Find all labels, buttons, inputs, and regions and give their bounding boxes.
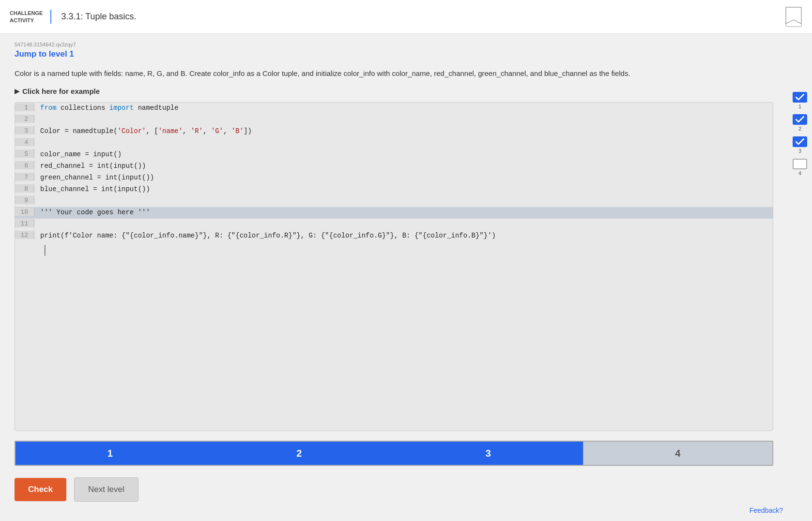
progress-segment-1[interactable]: 1: [15, 442, 205, 465]
code-line-1: 1 from collections import namedtuple: [15, 103, 773, 114]
code-line-2: 2: [15, 114, 773, 126]
checkmark-icon-1: [796, 94, 804, 101]
header: CHALLENGE ACTIVITY 3.3.1: Tuple basics.: [0, 0, 812, 34]
sidebar-check-1: [793, 92, 807, 103]
line-num-10: 10: [15, 208, 34, 216]
sidebar-check-2: [793, 114, 807, 125]
code-line-6: 6 red_channel = int(input()): [15, 161, 773, 172]
progress-label-1: 1: [107, 448, 113, 459]
code-editor[interactable]: 1 from collections import namedtuple 2 3…: [15, 102, 773, 431]
line-content-12: print(f'Color name: {"{color_info.name}"…: [34, 231, 773, 239]
sidebar-item-4[interactable]: 4: [791, 159, 809, 176]
checkmark-icon-3: [796, 138, 804, 145]
line-num-3: 3: [15, 126, 34, 134]
sidebar-check-3: [793, 136, 807, 147]
line-content-7: green_channel = int(input()): [34, 173, 773, 181]
sidebar-num-1: 1: [798, 104, 801, 109]
progress-label-2: 2: [296, 448, 302, 459]
line-num-1: 1: [15, 103, 34, 111]
line-content-6: red_channel = int(input()): [34, 161, 773, 170]
code-lines: 1 from collections import namedtuple 2 3…: [15, 103, 773, 281]
challenge-label-line1: CHALLENGE: [10, 10, 43, 16]
line-num-5: 5: [15, 149, 34, 158]
sidebar-num-4: 4: [798, 170, 801, 176]
line-content-4: [34, 138, 773, 147]
example-toggle-label: Click here for example: [22, 87, 100, 95]
right-sidebar: 1 2 3: [788, 34, 812, 521]
line-content-8: blue_channel = int(input()): [34, 184, 773, 193]
jump-to-level-link[interactable]: Jump to level 1: [15, 49, 773, 59]
line-content-11: [34, 219, 773, 228]
main-container: CHALLENGE ACTIVITY 3.3.1: Tuple basics. …: [0, 0, 812, 521]
sidebar-num-2: 2: [798, 126, 801, 132]
code-line-10[interactable]: 10 ''' Your code goes here ''': [15, 207, 773, 219]
checkmark-icon-2: [796, 116, 804, 123]
sidebar-item-3[interactable]: 3: [791, 136, 809, 154]
example-toggle[interactable]: ▶ Click here for example: [15, 87, 773, 95]
feedback-link[interactable]: Feedback?: [750, 506, 783, 514]
text-cursor-icon: │: [42, 246, 48, 255]
code-line-11: 11: [15, 219, 773, 230]
toggle-arrow: ▶: [15, 88, 19, 95]
line-content-2: [34, 115, 773, 123]
code-line-5: 5 color_name = input(): [15, 149, 773, 161]
line-num-12: 12: [15, 231, 34, 239]
line-num-6: 6: [15, 161, 34, 169]
code-line-4: 4: [15, 137, 773, 149]
progress-segment-4[interactable]: 4: [583, 442, 773, 465]
header-title: 3.3.1: Tuple basics.: [61, 12, 136, 22]
page-content: 547148.3154642.qx3zqy7 Jump to level 1 C…: [0, 34, 788, 521]
bookmark-icon[interactable]: [785, 6, 802, 28]
code-line-7: 7 green_channel = int(input()): [15, 172, 773, 184]
cursor-area[interactable]: │: [15, 242, 773, 281]
line-content-9: [34, 196, 773, 205]
line-num-8: 8: [15, 184, 34, 193]
sidebar-check-empty-4: [793, 159, 807, 169]
body-row: 547148.3154642.qx3zqy7 Jump to level 1 C…: [0, 34, 812, 521]
challenge-label-line2: ACTIVITY: [10, 17, 43, 24]
description-text: Color is a named tuple with fields: name…: [15, 68, 773, 79]
line-num-4: 4: [15, 138, 34, 146]
code-line-3: 3 Color = namedtuple('Color', ['name', '…: [15, 126, 773, 137]
line-num-9: 9: [15, 196, 34, 204]
line-num-11: 11: [15, 219, 34, 227]
line-content-10: ''' Your code goes here ''': [34, 208, 773, 216]
progress-label-4: 4: [675, 448, 680, 459]
progress-bar: 1 2 3 4: [15, 441, 773, 466]
line-num-7: 7: [15, 173, 34, 181]
check-button[interactable]: Check: [15, 478, 66, 501]
progress-segment-3[interactable]: 3: [394, 442, 583, 465]
sidebar-num-3: 3: [798, 148, 801, 154]
sidebar-item-1[interactable]: 1: [791, 92, 809, 109]
progress-label-3: 3: [486, 448, 491, 459]
line-num-2: 2: [15, 115, 34, 123]
bookmark-svg: [785, 6, 802, 28]
content-area: CHALLENGE ACTIVITY 3.3.1: Tuple basics. …: [0, 0, 812, 521]
code-line-9: 9: [15, 195, 773, 207]
code-line-8: 8 blue_channel = int(input()): [15, 184, 773, 195]
session-id: 547148.3154642.qx3zqy7: [15, 42, 773, 47]
line-content-1: from collections import namedtuple: [34, 103, 773, 112]
next-level-button[interactable]: Next level: [74, 477, 138, 502]
line-content-5: color_name = input(): [34, 149, 773, 158]
code-line-12: 12 print(f'Color name: {"{color_info.nam…: [15, 230, 773, 242]
sidebar-item-2[interactable]: 2: [791, 114, 809, 132]
progress-segment-2[interactable]: 2: [205, 442, 394, 465]
bottom-buttons: Check Next level: [15, 477, 773, 502]
challenge-activity-label: CHALLENGE ACTIVITY: [10, 10, 51, 24]
line-content-3: Color = namedtuple('Color', ['name', 'R'…: [34, 126, 773, 135]
